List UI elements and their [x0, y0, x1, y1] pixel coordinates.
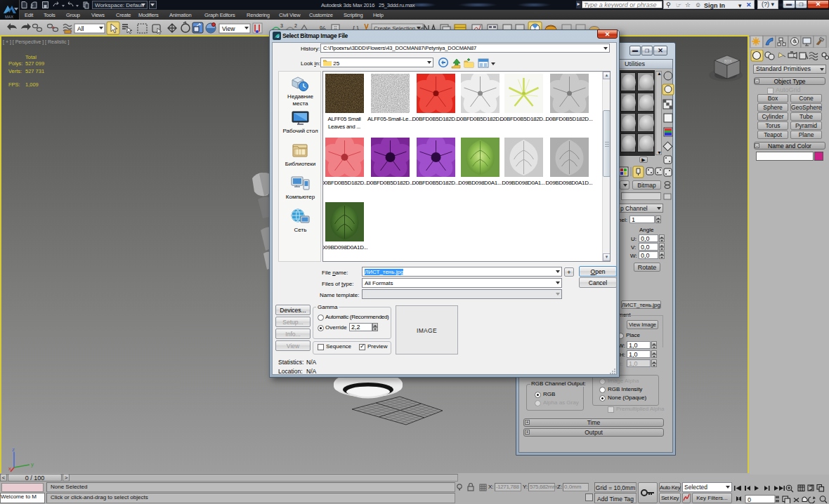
svg-text:D0BFD0B5D182D...: D0BFD0B5D182D...: [366, 180, 413, 186]
svg-text:D0BFD0B5D182D...: D0BFD0B5D182D...: [500, 116, 547, 122]
svg-text:BOX: BOX: [724, 59, 732, 63]
svg-text:3: 3: [280, 23, 283, 28]
svg-text:D0BFD0B5D182D...: D0BFD0B5D182D...: [412, 180, 459, 186]
svg-text:D0BFD0B5D182D...: D0BFD0B5D182D...: [545, 116, 592, 122]
svg-text:D09BD098D0A1...: D09BD098D0A1...: [458, 180, 501, 186]
svg-text:Leaves and ...: Leaves and ...: [328, 124, 360, 130]
svg-text:View: View: [222, 25, 235, 32]
svg-text:x: x: [8, 465, 11, 472]
svg-text:0: 0: [748, 496, 751, 503]
svg-text:All: All: [77, 25, 84, 32]
svg-text:D09BD098D0A1D...: D09BD098D0A1D...: [546, 180, 593, 186]
svg-text:MAX: MAX: [5, 15, 13, 19]
svg-text:D0BFD0B5D182D...: D0BFD0B5D182D...: [412, 116, 459, 122]
svg-text:z: z: [12, 446, 15, 453]
svg-text:y: y: [31, 461, 34, 467]
svg-text:ALFF05 Small: ALFF05 Small: [327, 116, 361, 122]
svg-text:D0BFD0B5D182D...: D0BFD0B5D182D...: [456, 116, 503, 122]
svg-text:D09BD098D0A1D...: D09BD098D0A1D...: [323, 244, 367, 251]
svg-text:2: 2: [294, 23, 297, 28]
svg-text:D09BD098D0A1...: D09BD098D0A1...: [502, 180, 544, 186]
svg-text:D0BFD0B5D182D...: D0BFD0B5D182D...: [323, 180, 368, 186]
svg-text:ALFF05-Small-Le...: ALFF05-Small-Le...: [367, 116, 412, 122]
